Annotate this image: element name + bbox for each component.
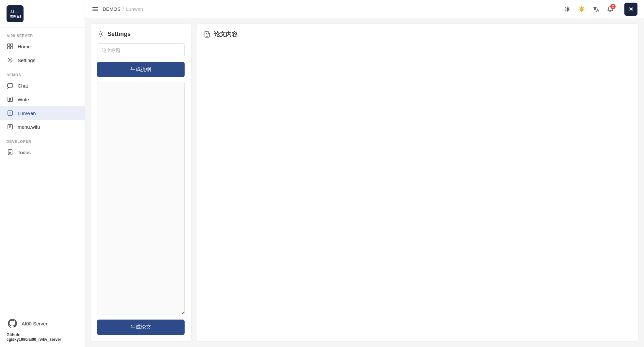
github-url: cgisky1980/ai00_rwkv_server — [7, 337, 78, 342]
settings-panel-title: Settings — [107, 31, 131, 38]
svg-text:管理面板: 管理面板 — [10, 15, 21, 18]
settings-panel-header: Settings — [97, 30, 185, 39]
content-area: Settings 生成提纲 生成论文 论文内容 — [85, 18, 644, 347]
paper-content-header: 论文内容 — [204, 30, 632, 40]
generate-outline-button[interactable]: 生成提纲 — [97, 62, 185, 77]
translate-button[interactable] — [590, 3, 602, 15]
settings-icon — [7, 57, 14, 64]
svg-rect-7 — [8, 84, 13, 87]
generate-paper-button[interactable]: 生成论文 — [97, 320, 185, 335]
sidebar-section-ai00: AI00 SERVER Home Settings — [0, 28, 85, 67]
sidebar-item-lunwen-label: LunWen — [18, 110, 36, 116]
svg-rect-4 — [8, 47, 10, 49]
breadcrumb-separator: / — [123, 6, 124, 12]
sidebar-footer-server: AI00 Server — [7, 318, 78, 329]
sidebar-item-todos-label: Todos — [18, 150, 31, 155]
terminal-button[interactable]: 00 — [624, 3, 637, 16]
home-icon — [7, 43, 14, 50]
sidebar-footer: AI00 Server Github: cgisky1980/ai00_rwkv… — [0, 312, 85, 347]
sidebar-item-menuwifu[interactable]: menu.wifu — [0, 120, 85, 134]
sidebar-item-home[interactable]: Home — [0, 40, 85, 53]
menuwifu-icon — [7, 123, 14, 130]
sidebar-section-demos-label: DEMOS — [0, 67, 85, 79]
settings-panel-icon — [97, 30, 104, 38]
sidebar-item-chat-label: Chat — [18, 83, 28, 89]
header-divider — [620, 5, 620, 13]
sidebar-item-write-label: Write — [18, 97, 29, 102]
write-icon — [7, 96, 14, 103]
chat-icon — [7, 82, 14, 89]
notification-button[interactable]: 2 — [604, 3, 616, 15]
menu-button[interactable] — [91, 6, 99, 13]
paper-content-panel: 论文内容 — [197, 24, 639, 342]
sidebar-section-developer-label: DEVELOPER — [0, 134, 85, 145]
svg-point-6 — [9, 59, 11, 61]
svg-rect-2 — [8, 44, 10, 46]
sidebar: Ai—— 管理面板 AI00 SERVER Home — [0, 0, 85, 347]
sidebar-logo: Ai—— 管理面板 — [0, 0, 85, 28]
svg-text:Ai——: Ai—— — [10, 10, 19, 14]
svg-point-16 — [580, 8, 583, 11]
breadcrumb-root: DEMOS — [103, 6, 121, 12]
github-icon — [7, 318, 18, 329]
notification-badge: 2 — [610, 4, 616, 9]
server-name: AI00 Server — [22, 321, 47, 326]
sidebar-item-chat[interactable]: Chat — [0, 79, 85, 92]
svg-rect-3 — [10, 44, 13, 46]
breadcrumb: DEMOS / Lunwen — [103, 6, 143, 12]
settings-panel: Settings 生成提纲 生成论文 — [90, 24, 191, 342]
paper-content-body — [204, 40, 632, 335]
paper-content-title: 论文内容 — [214, 30, 238, 38]
sidebar-section-ai00-label: AI00 SERVER — [0, 28, 85, 40]
sidebar-item-lunwen[interactable]: LunWen — [0, 106, 85, 120]
sidebar-item-todos[interactable]: Todos — [0, 145, 85, 159]
paper-content-icon — [204, 31, 211, 38]
sidebar-item-settings-label: Settings — [18, 58, 35, 63]
terminal-label: 00 — [628, 7, 634, 11]
lunwen-icon — [7, 109, 14, 117]
sidebar-section-developer: DEVELOPER Todos — [0, 134, 85, 159]
sidebar-section-demos: DEMOS Chat Write — [0, 67, 85, 134]
sidebar-item-menuwifu-label: menu.wifu — [18, 124, 40, 130]
todos-icon — [7, 149, 14, 156]
svg-rect-5 — [10, 47, 13, 49]
github-label: Github: — [7, 333, 78, 337]
svg-point-17 — [100, 33, 102, 35]
sidebar-item-settings[interactable]: Settings — [0, 53, 85, 67]
breadcrumb-current: Lunwen — [126, 6, 143, 12]
theme-toggle-button[interactable] — [561, 3, 573, 15]
sidebar-footer-github: Github: cgisky1980/ai00_rwkv_server — [7, 333, 78, 342]
header: DEMOS / Lunwen — [85, 0, 644, 18]
sidebar-item-write[interactable]: Write — [0, 92, 85, 106]
main-content: DEMOS / Lunwen — [85, 0, 644, 347]
paper-title-input[interactable] — [97, 43, 185, 57]
brightness-button[interactable] — [576, 3, 587, 15]
header-actions: 2 00 — [561, 3, 637, 16]
logo-icon: Ai—— 管理面板 — [7, 5, 24, 22]
sidebar-item-home-label: Home — [18, 44, 31, 49]
outline-textarea[interactable] — [97, 82, 185, 315]
